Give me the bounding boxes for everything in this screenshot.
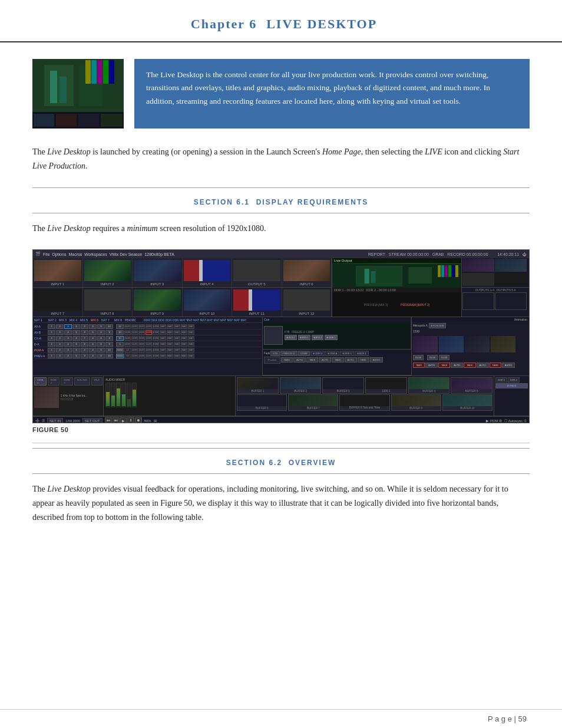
svg-rect-23 [448,265,451,277]
ss-set-in: SET IN [47,418,63,424]
ss-set-out: SET OUT [82,418,103,424]
svg-rect-21 [441,265,444,277]
ss-buffer-8: BUFFER 8 Tails and Titles [339,394,389,411]
ss-preview-box: Cue FTB FREEZE ☑ COMP ⊕ BUS 1 ⊕ BUS 2 ⊕ … [263,317,411,348]
svg-rect-13 [56,114,77,127]
screenshot-topbar: 🎬 File Options Macros Workspaces VMix De… [33,250,529,258]
page-footer: P a g e | 59 [0,709,562,728]
ss-take-row-2: 01:00 01:00 01:00 [412,354,529,361]
ss-buffer-3: BUFFER 3 [322,377,364,394]
ss-buffer-7: BUFFER 7 [288,394,338,411]
ss-thumb-11 [233,289,280,311]
section-61-label: SECTION 6.1 DISPLAY REQUIREMENTS [194,198,369,206]
body1-italic2: Home Page [322,147,361,156]
ss-list-icon: ☰ [42,419,45,423]
ss-buffer-6: BUFFER 6 [237,394,287,411]
ss-thumb-6 [283,260,330,281]
intro-text: The Live Desktop is the control center f… [146,70,490,106]
figure-50-screenshot: 🎬 File Options Macros Workspaces VMix De… [32,249,530,423]
body-paragraph-1: The Live Desktop is launched by creating… [32,145,530,173]
ss-thumb-5 [233,260,280,281]
svg-rect-25 [455,265,458,277]
ss-input-1: INPUT 1 [33,258,83,287]
ss-menu-options: Options [52,252,66,256]
body-paragraph-3: The Live Desktop provides visual feedbac… [32,482,530,524]
page-header: Chapter 6 LIVE DESKTOP [0,0,562,42]
ss-play-indicator: ▶ POM ⚙ [486,419,502,423]
ss-plus-icon: ➕ [35,419,39,423]
ss-ddr-right-panel: DDR 2 DDR 4 BYPASS [494,376,529,416]
intro-text-box: The Live Desktop is the control center f… [134,59,530,129]
body3-prefix: The [32,485,47,493]
intro-image [32,59,124,129]
chapter-title: LIVE DESKTOP [266,17,377,31]
ss-thumb-9 [134,289,181,311]
ss-transition-controls: Fade STR FREEZE ☑ COMP ⊕ DDR 3 ⊕ DSK A ⊕… [263,350,411,376]
ss-buffer-10: BUFFER 10 [442,394,492,411]
page-number: P a g e | 59 [488,714,527,723]
ss-mixer-area: NAT 1 NAT 2 MIX 3 MIX 4 MIX 5 MIX 6 NAT … [33,317,529,376]
ss-menu-workspaces: Workspaces [84,252,107,256]
body3-italic1: Live Desktop [47,485,90,493]
ss-input-row-1: INPUT 1 INPUT 2 INPUT 3 INPUT 4 OUTPUT 5… [33,258,529,288]
intro-thumbnail-svg [32,59,124,129]
section-62-header: SECTION 6.2 OVERVIEW [32,448,530,474]
ss-audio-mixer: AUDIO MIXER [104,376,236,416]
svg-rect-4 [85,60,91,84]
ss-ddr-buttons: DDR 1 DDR 2 DDR 3 SOUND PEZ 1 KHz 4 Hot … [33,376,104,416]
svg-rect-15 [101,114,123,127]
figure-50-caption: FIGURE 50 [32,426,530,433]
ss-input-11: INPUT 11 [232,288,282,317]
section-62-label: SECTION 6.2 OVERVIEW [226,459,336,467]
ss-output-5: OUTPUT 5 [232,258,282,287]
svg-rect-9 [50,71,57,103]
ss-anim-thumb-3 [465,336,490,353]
ss-input-10: INPUT 10 [183,288,233,317]
ss-output-area-2: DDR 1 - 00:03:13:22 DDR 2 - 00:00:13:60 … [332,288,461,317]
ss-timecode-in: 1/00 3000 [65,419,80,423]
ss-center-controls: Cue FTB FREEZE ☑ COMP ⊕ BUS 1 ⊕ BUS 2 ⊕ … [263,317,411,375]
ss-input-4: INPUT 4 [183,258,233,287]
ss-percentage: 80% [144,419,151,423]
body2-italic1: Live Desktop [47,224,90,233]
ss-animation-thumbs [412,335,529,354]
ss-thumb-8 [84,289,131,311]
ss-thumb-4 [184,260,231,281]
body1-mid2: , then selecting the [361,147,425,156]
ss-menu-logo: 🎬 [35,252,41,256]
ss-input-7: INPUT 7 [33,288,83,317]
ss-input-6: INPUT 6 [282,258,332,287]
ss-buffer-4: BUFFER 4 [408,377,450,394]
ss-buffer-9: BUFFER 9 [391,394,441,411]
ss-mixer-header: NAT 1 NAT 2 MIX 3 MIX 4 MIX 5 MIX 6 NAT … [33,317,262,323]
svg-rect-5 [91,60,97,84]
ss-mixer-row-5: PGM-A 1 2 4 6 2 4 9 10 8/256 12 DDR D [34,347,261,353]
chapter-number: Chapter 6 [191,17,257,31]
ss-buffers-area: BUFFER 1 BUFFER 2 BUFFER 3 1200-1 [236,376,494,416]
ss-mixer-row-3: CX-A 1 2 3 6 7 4 8 9 10 DDR DDR DDR [34,335,261,341]
ss-take-auto-row: TAKE AUTO TAKE AUTO TAKE AUTO TAKE AUDIO [412,361,529,369]
svg-rect-20 [438,265,441,277]
ss-input-8: INPUT 8 [83,288,133,317]
body3-text: provides visual feedback for operations,… [32,485,508,522]
svg-rect-19 [408,267,432,284]
ss-input-row-2: INPUT 7 INPUT 8 INPUT 9 INPUT 10 INPUT 1… [33,288,529,317]
svg-rect-2 [44,65,74,106]
body2-prefix: The [32,224,47,233]
ss-input-2: INPUT 2 [83,258,133,287]
ss-input-9: INPUT 9 [133,288,183,317]
ss-input-3: INPUT 3 [133,258,183,287]
ss-buffer-1200: 1200-1 [365,377,407,394]
svg-rect-6 [97,60,103,84]
ss-menu-vmix: VMix Dev Season [110,252,143,256]
ss-mixer-rows: AV-A 1 2 4 6 2 8 9 10 12 DDR DDR DDR [33,323,262,360]
ss-thumb-10 [184,289,231,311]
ss-live-output-preview: Live Output [332,258,461,287]
ss-thumb-1 [34,260,81,281]
body2-italic2: minimum [127,224,158,233]
body-paragraph-2: The Live Desktop requires a minimum scre… [32,222,530,236]
body2-end: screen resolution of 1920x1080. [158,224,266,233]
ss-transport-bar: ➕ ☰ SET IN 1/00 3000 SET OUT ⏮ ⏭ ▶ ⏸ ⏺ 8… [33,416,529,423]
ss-mixer-row-2: AV-B 1 2 4 6 8 6 2 9 10 DDR DDR DDR [34,330,261,335]
ss-menu-file: File [43,252,49,256]
